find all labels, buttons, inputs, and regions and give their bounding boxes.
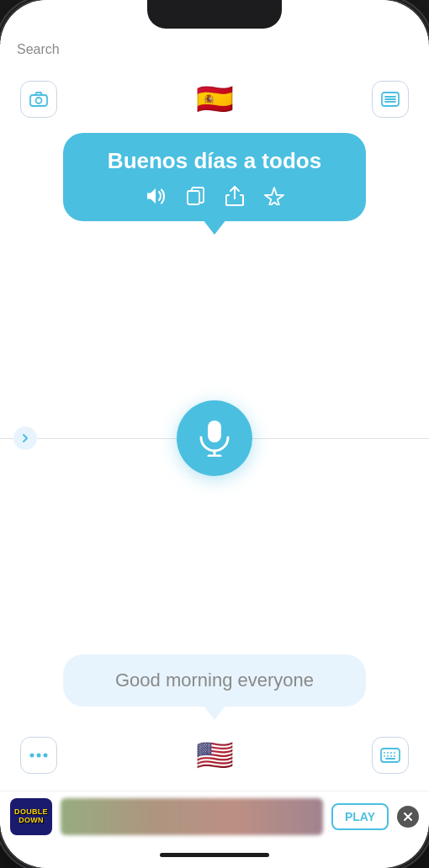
dots-icon (29, 753, 48, 758)
search-bar-area: Search (0, 42, 429, 66)
menu-icon (381, 92, 400, 107)
arrow-right-icon (20, 433, 30, 443)
bottom-toolbar: 🇺🇸 (0, 715, 429, 791)
ad-play-button[interactable]: PLAY (331, 803, 389, 830)
camera-icon (29, 92, 48, 107)
top-toolbar: 🇪🇸 (0, 66, 429, 133)
top-language-flag[interactable]: 🇪🇸 (189, 74, 240, 124)
menu-button[interactable] (372, 81, 409, 118)
ad-logo: DOUBLE DOWN (10, 798, 52, 835)
star-icon (264, 187, 284, 205)
speak-button[interactable] (145, 187, 167, 205)
microphone-icon (199, 420, 230, 457)
english-bubble: Good morning everyone (63, 654, 366, 707)
ad-close-button[interactable] (397, 806, 419, 828)
camera-button[interactable] (20, 81, 57, 118)
ad-image (61, 798, 323, 835)
svg-rect-13 (381, 749, 400, 762)
more-options-button[interactable] (20, 737, 57, 774)
svg-point-1 (36, 98, 42, 103)
screen: Search 🇪🇸 (0, 0, 429, 868)
spanish-bubble: Buenos días a todos (63, 133, 366, 221)
svg-rect-6 (188, 191, 199, 204)
share-icon (225, 186, 244, 206)
copy-icon (187, 187, 205, 205)
svg-point-10 (30, 754, 34, 758)
bubble-actions (145, 186, 284, 206)
home-bar (160, 853, 269, 857)
svg-rect-0 (30, 95, 47, 106)
svg-rect-7 (208, 421, 221, 442)
keyboard-icon (380, 748, 400, 763)
swap-language-button[interactable] (13, 426, 37, 450)
close-icon (403, 812, 413, 822)
english-text: Good morning everyone (115, 670, 314, 691)
svg-point-12 (44, 754, 48, 758)
search-text: Search (17, 42, 60, 56)
ad-logo-text: DOUBLE DOWN (10, 808, 52, 825)
share-button[interactable] (225, 186, 244, 206)
svg-point-11 (37, 754, 41, 758)
spanish-text: Buenos días a todos (108, 148, 321, 174)
speaker-icon (145, 187, 167, 205)
mic-button[interactable] (177, 400, 252, 476)
bottom-language-flag[interactable]: 🇺🇸 (189, 730, 240, 781)
phone-frame: Search 🇪🇸 (0, 0, 429, 868)
notch (147, 0, 282, 29)
ad-banner: DOUBLE DOWN PLAY (0, 791, 429, 841)
favorite-button[interactable] (264, 187, 284, 205)
mic-area (0, 230, 429, 646)
english-translation-area: Good morning everyone (0, 646, 429, 715)
keyboard-button[interactable] (372, 737, 409, 774)
app-content: 🇪🇸 Buenos días a todos (0, 66, 429, 791)
home-indicator (0, 841, 429, 868)
spanish-translation-area: Buenos días a todos (0, 133, 429, 230)
copy-button[interactable] (187, 187, 205, 205)
